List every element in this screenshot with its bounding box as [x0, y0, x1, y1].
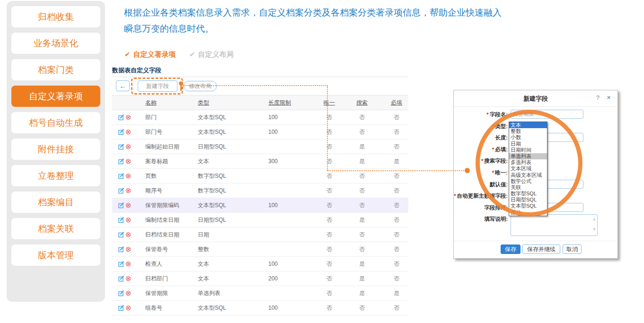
edit-icon[interactable] [118, 217, 124, 225]
dropdown-option[interactable]: 日期型SQL [509, 197, 547, 203]
sidebar-item-label: 档案编目 [38, 196, 74, 209]
delete-icon[interactable]: ⊗ [125, 125, 132, 139]
dropdown-option[interactable]: 高级文本区域 [509, 172, 547, 178]
sidebar-item[interactable]: 自定义著录项 [11, 86, 100, 107]
column-header[interactable]: 类型 [198, 96, 209, 110]
cell-unique: 否 [315, 286, 344, 301]
dropdown-option[interactable]: 日期 [509, 141, 547, 147]
cell-length-limit: 100 [268, 125, 278, 140]
table-row: ⊗ 编制起始日期 日期型SQL 否 是 否 [112, 140, 408, 154]
scroll-up-icon[interactable]: ∧ [592, 218, 596, 222]
dropdown-option[interactable]: 单选列表 [509, 153, 547, 159]
dropdown-option[interactable]: 文本区域 [509, 166, 547, 172]
edit-icon[interactable] [118, 305, 124, 313]
table-row: ⊗ 部门 文本型SQL 100 否 否 否 [112, 110, 408, 125]
sidebar-item[interactable]: 立卷整理 [11, 165, 100, 186]
delete-icon[interactable]: ⊗ [125, 140, 132, 154]
cancel-button[interactable]: 取消 [563, 244, 582, 254]
sidebar-item-label: 归档收集 [38, 11, 74, 23]
required-asterisk: * [486, 112, 488, 117]
cell-search: 否 [348, 183, 376, 198]
cell-field-name: 组卷号 [145, 301, 162, 315]
cell-field-type: 文本 [198, 271, 209, 286]
edit-icon[interactable] [118, 232, 124, 239]
delete-icon[interactable]: ⊗ [125, 154, 132, 168]
edit-icon[interactable] [118, 144, 124, 151]
delete-icon[interactable]: ⊗ [125, 169, 132, 183]
column-header[interactable]: 必填 [382, 96, 411, 110]
edit-icon[interactable] [118, 290, 124, 298]
dropdown-option[interactable]: 日期时间 [509, 147, 547, 153]
edit-icon[interactable] [118, 114, 124, 122]
close-icon[interactable]: × [607, 93, 611, 101]
table-row: ⊗ 保管期限编码 文本型SQL 100 否 否 否 [112, 198, 408, 213]
table-row: ⊗ 检查人 文本 100 否 是 否 [112, 257, 408, 271]
required-asterisk: * [454, 193, 456, 199]
cell-search: 是 [348, 213, 376, 227]
edit-icon[interactable] [118, 188, 124, 195]
table-row: ⊗ 归档部门 文本 200 否 是 否 [112, 271, 408, 286]
sidebar-item[interactable]: 档案编目 [11, 192, 100, 213]
sidebar-item[interactable]: 档号自动生成 [11, 112, 100, 133]
save-button[interactable]: 保存 [501, 244, 520, 254]
dropdown-option[interactable]: 数学公式 [509, 178, 547, 184]
cell-search: 否 [348, 301, 376, 315]
cell-search: 是 [348, 257, 376, 271]
cell-field-name: 案卷标题 [145, 154, 168, 169]
cell-field-name: 编制结束日期 [145, 213, 179, 227]
sidebar-item[interactable]: 档案门类 [11, 59, 100, 80]
delete-icon[interactable]: ⊗ [125, 271, 132, 286]
edit-icon[interactable] [118, 202, 124, 210]
field-input[interactable] [511, 110, 583, 119]
edit-icon[interactable] [118, 129, 124, 137]
dropdown-option[interactable]: 图片 [509, 210, 547, 216]
cell-search: 是 [348, 140, 376, 154]
delete-icon[interactable]: ⊗ [125, 227, 132, 242]
delete-icon[interactable]: ⊗ [125, 198, 132, 212]
cell-required: 否 [382, 183, 411, 198]
column-header[interactable]: 名称 [145, 96, 157, 110]
column-header[interactable]: 长度限制 [268, 96, 291, 110]
dropdown-option[interactable]: 多选列表 [509, 159, 547, 166]
edit-icon[interactable] [118, 158, 124, 166]
edit-icon[interactable] [118, 246, 124, 254]
dropdown-option[interactable]: 文本 [509, 122, 547, 128]
tab-custom-entry[interactable]: ✔自定义著录项 [124, 50, 176, 59]
cell-field-name: 部门 [145, 110, 157, 125]
dropdown-option[interactable]: 整数 [509, 128, 547, 134]
delete-icon[interactable]: ⊗ [125, 183, 132, 198]
sidebar-item[interactable]: 版本管理 [11, 244, 100, 266]
delete-icon[interactable]: ⊗ [125, 242, 132, 256]
edit-icon[interactable] [118, 173, 124, 181]
dropdown-option[interactable]: 文本型SQL [509, 203, 547, 209]
edit-icon[interactable] [118, 261, 124, 269]
cell-search: 是 [348, 271, 376, 286]
save-and-continue-button[interactable]: 保存并继续 [522, 244, 560, 254]
back-button[interactable]: ← [116, 80, 130, 91]
help-icon[interactable]: ? [596, 94, 600, 101]
modify-layout-button[interactable]: 修改布局 [184, 81, 217, 91]
required-asterisk: * [481, 158, 483, 164]
delete-icon[interactable]: ⊗ [125, 213, 132, 227]
scroll-down-icon[interactable]: ∨ [592, 227, 596, 231]
column-header[interactable]: 唯一 [315, 96, 344, 110]
dropdown-option[interactable]: 小数 [509, 134, 547, 140]
edit-icon[interactable] [118, 276, 124, 283]
delete-icon[interactable]: ⊗ [125, 257, 132, 271]
sidebar-item[interactable]: 业务场景化 [11, 33, 100, 54]
dropdown-option[interactable]: 数字型SQL [509, 191, 547, 197]
column-header[interactable]: 搜索 [348, 96, 376, 110]
delete-icon[interactable]: ⊗ [125, 110, 132, 124]
sidebar-item[interactable]: 附件挂接 [11, 139, 100, 160]
delete-icon[interactable]: ⊗ [125, 301, 132, 315]
description-textarea[interactable]: ∧∨ [511, 214, 598, 236]
sidebar-item[interactable]: 归档收集 [11, 6, 100, 27]
cell-search: 否 [348, 169, 376, 183]
new-field-button[interactable]: 新建字段 [138, 80, 177, 92]
dropdown-option[interactable]: 关联 [509, 184, 547, 191]
delete-icon[interactable]: ⊗ [125, 286, 132, 300]
sidebar-item[interactable]: 档案关联 [11, 218, 100, 239]
cell-field-type: 单选列表 [198, 286, 221, 301]
intro-line-1: 根据企业各类档案信息录入需求，自定义档案分类及各档案分类著录项信息，帮助企业快速… [124, 5, 502, 21]
tab-custom-layout[interactable]: ✔自定义布局 [189, 50, 234, 59]
